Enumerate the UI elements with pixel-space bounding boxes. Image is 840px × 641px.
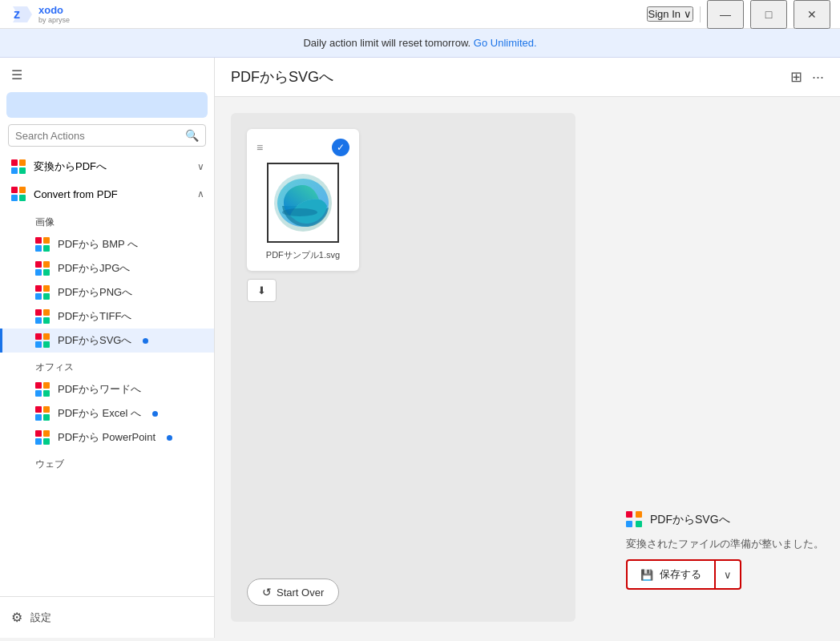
bmp-icon xyxy=(35,237,50,252)
sidebar-item-png[interactable]: PDFからPNGへ xyxy=(0,280,214,304)
tiff-icon xyxy=(35,309,50,324)
file-name: PDFサンプル1.svg xyxy=(266,249,340,261)
chevron-down-icon: ∨ xyxy=(684,8,692,20)
convert-from-pdf-label: Convert from PDF xyxy=(34,188,118,200)
gear-icon: ⚙ xyxy=(11,610,22,625)
close-button[interactable]: ✕ xyxy=(794,0,830,29)
sidebar-item-tiff[interactable]: PDFからTIFFへ xyxy=(0,304,214,329)
sidebar-footer: ⚙ 設定 xyxy=(0,596,214,638)
sidebar-item-convert-to-pdf[interactable]: 変換からPDFへ ∨ xyxy=(0,153,214,180)
result-header: PDFからSVGへ xyxy=(626,511,730,529)
file-thumbnail xyxy=(267,163,339,243)
title-bar-left: z xodo by apryse xyxy=(10,3,70,26)
excel-dot-badge xyxy=(152,411,158,417)
more-options-icon[interactable]: ··· xyxy=(812,69,824,86)
go-unlimited-link[interactable]: Go Unlimited. xyxy=(474,37,537,49)
banner: Daily action limit will reset tomorrow. … xyxy=(0,29,840,58)
powerpoint-icon xyxy=(35,430,50,445)
save-button[interactable]: 💾 保存する xyxy=(626,559,716,590)
convert-from-pdf-icon xyxy=(11,187,26,201)
content-area: PDFからSVGへ ⊞ ··· ≡ ✓ xyxy=(215,58,840,638)
file-area: ≡ ✓ xyxy=(231,113,575,622)
word-icon xyxy=(35,382,50,397)
app-body: ☰ 🔍 変換からPDFへ ∨ xyxy=(0,58,840,638)
search-icon: 🔍 xyxy=(185,129,199,142)
svg-icon xyxy=(35,333,50,348)
web-group-label: ウェブ xyxy=(0,450,214,474)
chevron-up-icon: ∧ xyxy=(197,188,204,200)
excel-icon xyxy=(35,406,50,421)
search-bar: 🔍 xyxy=(8,124,206,147)
restart-icon: ↺ xyxy=(262,586,272,599)
office-group-label: オフィス xyxy=(0,353,214,377)
sidebar-highlight xyxy=(6,92,208,118)
grid-view-icon[interactable]: ⊞ xyxy=(790,68,802,86)
convert-to-pdf-label: 変換からPDFへ xyxy=(34,159,107,174)
result-title: PDFからSVGへ xyxy=(650,513,730,527)
title-bar-right: Sign In ∨ — □ ✕ xyxy=(647,0,830,29)
logo-text: xodo by apryse xyxy=(38,4,70,24)
file-card: ≡ ✓ xyxy=(247,129,359,271)
svg-text:z: z xyxy=(14,7,20,21)
sidebar-item-powerpoint[interactable]: PDFから PowerPoint xyxy=(0,425,214,450)
png-icon xyxy=(35,285,50,300)
file-preview-svg xyxy=(271,171,335,235)
save-icon: 💾 xyxy=(640,569,653,581)
drag-handle-icon: ≡ xyxy=(256,141,263,154)
ppt-dot-badge xyxy=(167,435,172,441)
sidebar-item-word[interactable]: PDFからワードへ xyxy=(0,377,214,401)
sidebar-item-excel[interactable]: PDFから Excel へ xyxy=(0,401,214,425)
title-bar: z xodo by apryse Sign In ∨ — □ ✕ xyxy=(0,0,840,29)
save-dropdown-button[interactable]: ∨ xyxy=(716,559,741,590)
jpg-icon xyxy=(35,261,50,276)
svg-dot-badge xyxy=(143,338,148,344)
sidebar-item-svg[interactable]: PDFからSVGへ xyxy=(0,329,214,353)
content-body: ≡ ✓ xyxy=(215,97,840,638)
sidebar-item-bmp[interactable]: PDFから BMP へ xyxy=(0,232,214,256)
check-badge: ✓ xyxy=(332,139,349,156)
download-button[interactable]: ⬇ xyxy=(247,279,277,302)
app-logo: z xodo by apryse xyxy=(10,3,70,26)
start-over-button[interactable]: ↺ Start Over xyxy=(247,579,339,606)
sidebar-item-settings[interactable]: ⚙ 設定 xyxy=(0,603,214,631)
result-area: PDFからSVGへ 変換されたファイルの準備が整いました。 💾 保存する ∨ xyxy=(592,113,824,622)
sidebar: ☰ 🔍 変換からPDFへ ∨ xyxy=(0,58,215,638)
convert-to-pdf-icon xyxy=(11,159,26,174)
sidebar-header: ☰ xyxy=(0,58,214,92)
minimize-button[interactable]: — xyxy=(707,0,744,29)
result-pdf-icon xyxy=(626,511,644,529)
sidebar-scroll: 変換からPDFへ ∨ Convert from PDF ∧ 画像 xyxy=(0,153,214,596)
hamburger-icon[interactable]: ☰ xyxy=(8,64,26,86)
maximize-button[interactable]: □ xyxy=(750,0,787,29)
result-card: PDFからSVGへ 変換されたファイルの準備が整いました。 💾 保存する ∨ xyxy=(626,511,824,590)
header-actions: ⊞ ··· xyxy=(790,68,824,86)
sign-in-button[interactable]: Sign In ∨ xyxy=(647,6,693,22)
result-subtitle: 変換されたファイルの準備が整いました。 xyxy=(626,537,824,551)
save-row: 💾 保存する ∨ xyxy=(626,559,741,590)
search-input[interactable] xyxy=(15,130,185,142)
chevron-down-icon: ∨ xyxy=(197,161,204,172)
download-icon: ⬇ xyxy=(257,284,266,296)
logo-svg: z xyxy=(10,3,35,26)
page-title: PDFからSVGへ xyxy=(231,67,333,87)
chevron-down-icon: ∨ xyxy=(724,569,732,581)
sidebar-item-jpg[interactable]: PDFからJPGへ xyxy=(0,256,214,280)
content-header: PDFからSVGへ ⊞ ··· xyxy=(215,58,840,97)
svg-point-3 xyxy=(282,208,317,216)
sidebar-item-convert-from-pdf[interactable]: Convert from PDF ∧ xyxy=(0,180,214,208)
title-bar-divider xyxy=(700,6,701,22)
image-group-label: 画像 xyxy=(0,208,214,232)
file-card-header: ≡ ✓ xyxy=(256,139,349,156)
